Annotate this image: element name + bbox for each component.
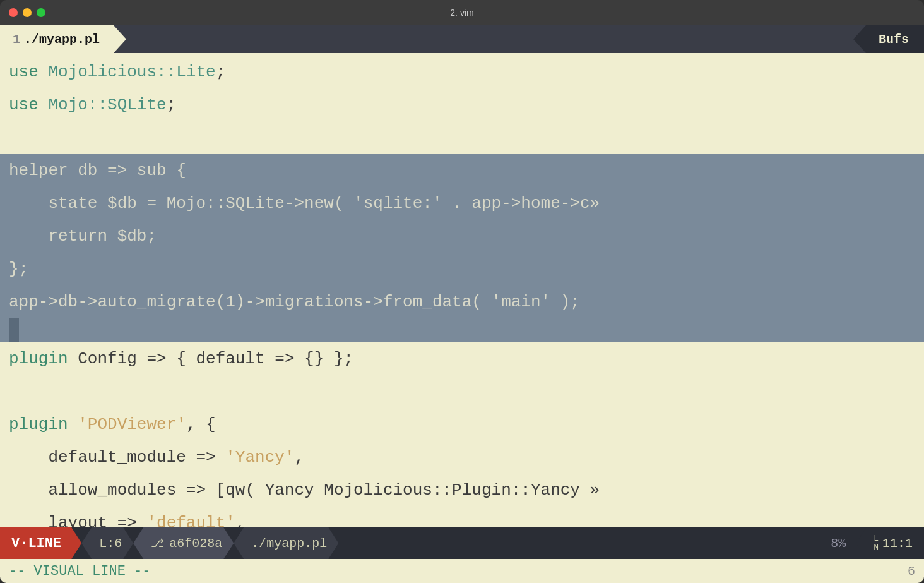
ln-icon: LN <box>874 534 879 553</box>
code-line-10: plugin Config => { default => {} }; <box>0 342 924 375</box>
bottom-row: -- VISUAL LINE -- 6 <box>9 563 915 579</box>
window-title: 2. vim <box>450 8 473 18</box>
window-controls <box>9 8 45 17</box>
code-line-6: return $db; <box>0 220 924 253</box>
tabbar: 1 ./myapp.pl Bufs <box>0 25 924 53</box>
mode-label: V·LINE <box>11 536 61 551</box>
filepath-label: ./myapp.pl <box>251 536 327 551</box>
filepath-indicator: ./myapp.pl <box>234 527 338 559</box>
code-line-4: helper db => sub { <box>0 154 924 187</box>
vim-window: 2. vim 1 ./myapp.pl Bufs use Mojolicious… <box>0 0 924 583</box>
line-count: L:6 <box>81 527 133 559</box>
git-branch: ⎇ a6f028a <box>133 527 234 559</box>
code-line-7: }; <box>0 253 924 285</box>
code-line-12: plugin 'PODViewer', { <box>0 408 924 441</box>
code-line-14: allow_modules => [qw( Yancy Mojolicious:… <box>0 474 924 507</box>
bottom-line-number: 6 <box>908 564 915 579</box>
code-line-13: default_module => 'Yancy', <box>0 441 924 474</box>
tab-filename: ./myapp.pl <box>24 32 100 47</box>
tab-number: 1 <box>13 32 20 47</box>
branch-hash: a6f028a <box>169 536 222 551</box>
code-line-15: layout => 'default', <box>0 507 924 527</box>
bufs-button[interactable]: Bufs <box>853 25 924 53</box>
statusbar: V·LINE L:6 ⎇ a6f028a ./myapp.pl 8% LN 11… <box>0 527 924 559</box>
code-line-5: state $db = Mojo::SQLite->new( 'sqlite:'… <box>0 187 924 220</box>
code-line-3 <box>0 121 924 154</box>
visual-line-label: -- VISUAL LINE -- <box>9 563 150 579</box>
code-line-11 <box>0 375 924 408</box>
code-line-8: app->db->auto_migrate(1)->migrations->fr… <box>0 285 924 318</box>
code-line-9 <box>0 318 924 342</box>
bottombar: -- VISUAL LINE -- 6 <box>0 559 924 583</box>
titlebar: 2. vim <box>0 0 924 25</box>
close-button[interactable] <box>9 8 18 17</box>
line-number-display: LN 11:1 <box>856 527 924 559</box>
tab-spacer <box>126 25 853 53</box>
line-col: 11:1 <box>882 536 913 551</box>
scroll-percent: 8% <box>820 536 856 551</box>
code-line-2: use Mojo::SQLite; <box>0 88 924 121</box>
branch-icon: ⎇ <box>151 536 164 550</box>
active-tab[interactable]: 1 ./myapp.pl <box>0 25 126 53</box>
minimize-button[interactable] <box>23 8 32 17</box>
code-line-1: use Mojolicious::Lite; <box>0 56 924 88</box>
mode-indicator: V·LINE <box>0 527 81 559</box>
maximize-button[interactable] <box>37 8 45 17</box>
editor-area[interactable]: use Mojolicious::Lite; use Mojo::SQLite;… <box>0 53 924 527</box>
